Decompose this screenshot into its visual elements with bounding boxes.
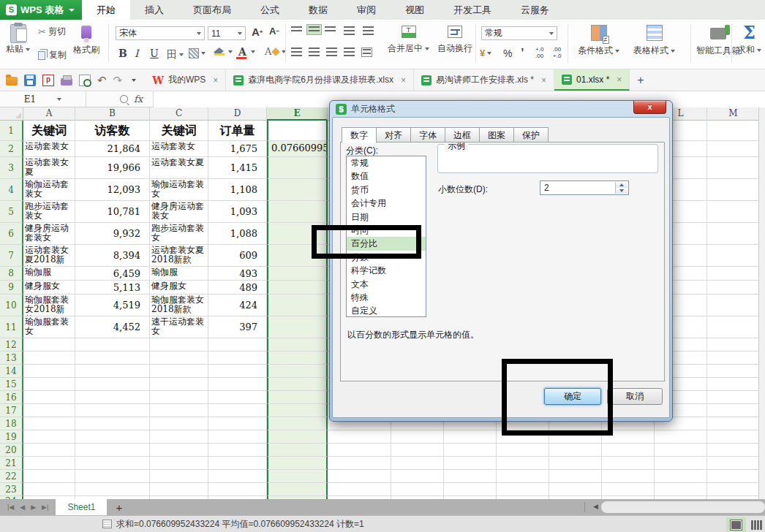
cell-B6[interactable]: 9,932 <box>75 223 150 245</box>
cell-H19[interactable] <box>444 430 497 444</box>
align-right-button[interactable] <box>326 48 337 57</box>
print-preview-icon[interactable] <box>79 75 91 86</box>
cell-I20[interactable] <box>497 444 549 457</box>
menu-item-审阅[interactable]: 审阅 <box>342 0 391 20</box>
align-bottom-button[interactable] <box>325 26 336 33</box>
cell-J20[interactable] <box>549 444 602 457</box>
borders-button[interactable]: 田 <box>167 48 184 61</box>
cell-A21[interactable] <box>23 457 75 470</box>
column-header-M[interactable]: M <box>707 107 760 121</box>
cell-H23[interactable] <box>444 483 497 496</box>
decimal-places-input[interactable]: 2 <box>540 180 629 195</box>
redo-icon[interactable]: ↷ <box>113 75 123 86</box>
cell-H22[interactable] <box>444 470 497 483</box>
export-pdf-icon[interactable] <box>42 75 54 86</box>
cell-L23[interactable] <box>655 483 707 496</box>
page-break-view-button[interactable] <box>747 517 765 532</box>
cell-E14[interactable] <box>267 365 328 378</box>
cell-M23[interactable] <box>707 483 760 496</box>
cell-B2[interactable]: 21,864 <box>75 141 150 157</box>
open-file-icon[interactable] <box>6 77 18 86</box>
cut-button[interactable]: ✂ 剪切 <box>38 26 66 38</box>
smart-toolbox-button[interactable]: 智能工具箱 <box>696 25 740 57</box>
cell-M14[interactable] <box>707 365 760 378</box>
category-item-货币[interactable]: 货币 <box>347 183 426 197</box>
row-header-2[interactable]: 2 <box>0 141 23 157</box>
cell-D8[interactable]: 493 <box>208 267 267 281</box>
cell-E9[interactable] <box>267 281 328 294</box>
cell-C3[interactable]: 运动套装女夏 <box>150 157 208 179</box>
cell-B13[interactable] <box>75 352 150 365</box>
dialog-tab-边框[interactable]: 边框 <box>445 127 480 142</box>
cell-A5[interactable]: 跑步运动套装女 <box>23 201 75 223</box>
next-sheet-icon[interactable]: ▶ <box>31 503 36 511</box>
cell-C17[interactable] <box>150 404 208 417</box>
cell-C19[interactable] <box>150 430 208 444</box>
cell-M9[interactable] <box>707 281 760 294</box>
cell-B21[interactable] <box>75 457 150 470</box>
cell-G21[interactable] <box>391 457 444 470</box>
cell-D5[interactable]: 1,093 <box>208 201 267 223</box>
category-item-常规[interactable]: 常规 <box>347 156 426 170</box>
fill-color-button[interactable] <box>214 48 233 56</box>
font-name-select[interactable]: 宋体 <box>116 26 205 40</box>
cell-E4[interactable] <box>267 179 328 201</box>
save-icon[interactable] <box>24 75 36 86</box>
prev-sheet-icon[interactable]: ◀ <box>20 503 25 511</box>
cell-G23[interactable] <box>391 483 444 496</box>
cell-E18[interactable] <box>267 417 328 430</box>
cell-E13[interactable] <box>267 352 328 365</box>
cell-A3[interactable]: 运动套装女夏 <box>23 157 75 179</box>
format-painter-button[interactable]: 格式刷 <box>73 26 99 56</box>
cell-C2[interactable]: 运动套装女 <box>150 141 208 157</box>
number-format-select[interactable]: 常规 <box>481 26 557 40</box>
cell-M17[interactable] <box>707 404 760 417</box>
cell-D4[interactable]: 1,108 <box>208 179 267 201</box>
cell-K23[interactable] <box>602 483 655 496</box>
increase-font-button[interactable]: A+ <box>252 26 263 38</box>
cell-E21[interactable] <box>267 457 328 470</box>
cell-B20[interactable] <box>75 444 150 457</box>
document-tab[interactable]: 易淘讲师工作安排表.xls *× <box>414 69 554 91</box>
cell-K20[interactable] <box>602 444 655 457</box>
cell-F21[interactable] <box>328 457 391 470</box>
cell-E15[interactable] <box>267 378 328 391</box>
cell-A19[interactable] <box>23 430 75 444</box>
cell-E3[interactable] <box>267 157 328 179</box>
cell-M22[interactable] <box>707 470 760 483</box>
cell-J23[interactable] <box>549 483 602 496</box>
font-size-select[interactable]: 11 <box>208 26 246 40</box>
row-header-3[interactable]: 3 <box>0 157 23 179</box>
category-item-科学记数[interactable]: 科学记数 <box>347 264 426 277</box>
cancel-button[interactable]: 取消 <box>607 388 663 405</box>
category-item-特殊[interactable]: 特殊 <box>347 291 426 304</box>
cell-E5[interactable] <box>267 201 328 223</box>
row-header-14[interactable]: 14 <box>0 365 23 378</box>
cell-E1[interactable] <box>267 121 328 141</box>
cell-D1[interactable]: 订单量 <box>208 121 267 141</box>
cell-H21[interactable] <box>444 457 497 470</box>
insert-function-button[interactable]: fx <box>134 94 143 104</box>
cell-C15[interactable] <box>150 378 208 391</box>
cell-F22[interactable] <box>328 470 391 483</box>
cell-A11[interactable]: 瑜伽服套装女 <box>23 316 75 338</box>
row-header-18[interactable]: 18 <box>0 417 23 430</box>
cell-M1[interactable] <box>707 121 760 141</box>
cell-E2[interactable]: 0.076609952433224 <box>267 141 328 157</box>
align-top-button[interactable] <box>291 26 302 33</box>
cell-I22[interactable] <box>497 470 549 483</box>
cell-A7[interactable]: 运动套装女夏2018新款 <box>23 245 75 267</box>
align-middle-button[interactable] <box>307 25 321 34</box>
cell-J22[interactable] <box>549 470 602 483</box>
dialog-tab-数字[interactable]: 数字 <box>342 127 377 143</box>
category-item-会计专用[interactable]: 会计专用 <box>347 197 426 210</box>
cell-M10[interactable] <box>707 294 760 316</box>
cell-I21[interactable] <box>497 457 549 470</box>
column-header-C[interactable]: C <box>150 107 208 121</box>
cell-B3[interactable]: 19,966 <box>75 157 150 179</box>
cell-A10[interactable]: 瑜伽服套装女2018新款 <box>23 294 75 316</box>
cell-L21[interactable] <box>655 457 707 470</box>
cell-A6[interactable]: 健身房运动套装女 <box>23 223 75 245</box>
menu-item-插入[interactable]: 插入 <box>130 0 178 20</box>
cell-B10[interactable]: 4,519 <box>75 294 150 316</box>
